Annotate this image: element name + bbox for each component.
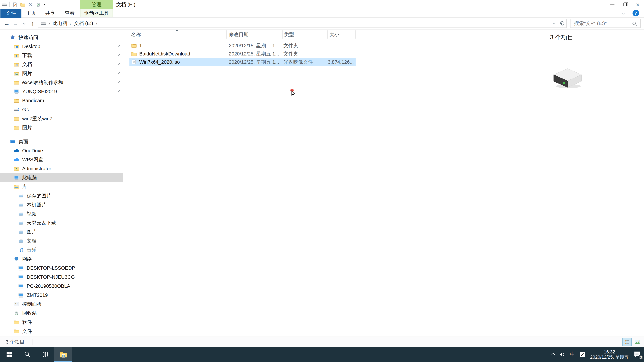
sidebar-item-camera-roll[interactable]: 本机照片 <box>0 200 123 209</box>
thumbnail-view-button[interactable] <box>632 338 642 346</box>
start-button[interactable] <box>0 347 18 362</box>
tab-home[interactable]: 主页 <box>21 9 40 17</box>
sidebar-item-this-pc[interactable]: 此电脑 <box>0 173 123 182</box>
column-header-size[interactable]: 大小 <box>328 30 356 38</box>
task-view-button[interactable] <box>36 347 54 362</box>
taskbar-clock[interactable]: 16:32 2020/12/25, 星期五 <box>590 349 629 360</box>
pictures-library-icon <box>18 193 24 199</box>
sidebar-item-downloads[interactable]: 下载 <box>0 51 123 60</box>
sidebar-item-label: 本机照片 <box>27 201 46 208</box>
sidebar-item-libraries[interactable]: 库 <box>0 182 123 191</box>
sidebar-item-desktop-lssoedp[interactable]: DESKTOP-LSSOEDP <box>0 264 123 273</box>
sidebar-item-zmt2019[interactable]: ZMT2019 <box>0 291 123 300</box>
sidebar-item-documents-lib[interactable]: 文档 <box>0 237 123 246</box>
sidebar-item-onedrive[interactable]: OneDrive <box>0 146 123 155</box>
desktop-folder-icon <box>14 43 19 49</box>
taskbar-search-button[interactable] <box>18 347 36 362</box>
sidebar-item-yunqishi2019[interactable]: YUNQISHI2019 <box>0 87 123 96</box>
sidebar-item-tianyi-download[interactable]: 天翼云盘下载 <box>0 218 123 227</box>
file-date: 2020/12/15, 星期二 1... <box>227 42 282 49</box>
sidebar-item-label: Desktop <box>22 43 40 49</box>
file-date: 2020/12/25, 星期五 1... <box>227 58 282 65</box>
sidebar-item-desktop-root[interactable]: 桌面 <box>0 137 123 146</box>
breadcrumb-separator: › <box>68 20 74 26</box>
sidebar-item-win7-folder[interactable]: win7重装win7 <box>0 114 123 123</box>
sidebar-item-control-panel[interactable]: 控制面板 <box>0 300 123 309</box>
sidebar-item-saved-pictures[interactable]: 保存的图片 <box>0 191 123 200</box>
search-icon[interactable] <box>632 22 636 25</box>
column-header-date[interactable]: 修改日期 <box>227 30 282 38</box>
sidebar-item-bandicam[interactable]: Bandicam <box>0 96 123 105</box>
tab-drive-tools[interactable]: 驱动器工具 <box>80 9 113 17</box>
tab-share[interactable]: 共享 <box>40 9 60 17</box>
show-desktop-button[interactable] <box>641 349 642 360</box>
sidebar-item-label: 图片 <box>27 228 36 236</box>
network-globe-icon <box>14 256 19 262</box>
sidebar-item-excel-folder[interactable]: excel表格制作求和 <box>0 78 123 87</box>
qat-customize-caret-icon[interactable]: ▾ <box>44 3 45 6</box>
help-button[interactable]: ? <box>632 10 639 16</box>
sidebar-item-label: 文件 <box>22 328 32 335</box>
delete-x-icon[interactable] <box>28 2 33 7</box>
tab-view[interactable]: 查看 <box>60 9 79 17</box>
sidebar-item-recycle-bin[interactable]: 回收站 <box>0 309 123 318</box>
contextual-tab-manage[interactable]: 管理 <box>80 0 113 9</box>
sidebar-item-music[interactable]: 音乐 <box>0 245 123 254</box>
sidebar-item-pictures[interactable]: 图片 <box>0 69 123 78</box>
column-header-name[interactable]: 名称 <box>129 30 226 38</box>
file-explorer-icon <box>59 351 67 358</box>
close-button[interactable]: × <box>631 0 644 9</box>
sidebar-item-pc-20190530obla[interactable]: PC-20190530OBLA <box>0 282 123 291</box>
tray-app-icon[interactable] <box>580 351 586 358</box>
sidebar-item-desktop-njeu3cg[interactable]: DESKTOP-NJEU3CG <box>0 273 123 282</box>
properties-checkdoc-icon[interactable] <box>12 2 18 7</box>
file-row-baidunetdiskdownload[interactable]: BaiduNetdiskDownload 2020/12/25, 星期五 1..… <box>129 50 356 58</box>
sidebar-item-pictures-2[interactable]: 图片 <box>0 123 123 132</box>
up-button[interactable]: ↑ <box>28 19 37 28</box>
forward-button[interactable]: → <box>11 19 20 28</box>
search-input[interactable] <box>574 20 632 27</box>
action-center-button[interactable]: 3 <box>633 350 642 359</box>
volume-icon[interactable] <box>559 351 565 358</box>
sidebar-item-pictures-lib[interactable]: 图片 <box>0 227 123 237</box>
sidebar-item-label: 保存的图片 <box>27 192 51 199</box>
ime-indicator[interactable]: 中 <box>570 351 575 358</box>
back-button[interactable]: ← <box>2 19 11 28</box>
sidebar-item-administrator[interactable]: Administrator <box>0 164 123 173</box>
sidebar-item-network[interactable]: 网络 <box>0 254 123 264</box>
drive-preview-icon <box>550 66 584 90</box>
restore-button[interactable] <box>618 0 631 9</box>
sidebar-item-documents[interactable]: 文档 <box>0 60 123 69</box>
caption-buttons: × <box>606 0 644 9</box>
sidebar-item-software[interactable]: 软件 <box>0 318 123 327</box>
breadcrumb-separator: › <box>93 20 100 26</box>
status-bar: 3 个项目 <box>0 337 644 347</box>
sidebar-item-desktop[interactable]: Desktop <box>0 42 123 51</box>
breadcrumb-this-pc[interactable]: 此电脑 <box>52 20 67 27</box>
restore-icon <box>623 3 626 6</box>
new-folder-icon[interactable] <box>20 2 26 7</box>
hidden-icons-chevron-icon[interactable] <box>552 353 555 356</box>
ribbon-expand-chevron-icon[interactable] <box>622 11 625 14</box>
tab-file[interactable]: 文件 <box>0 9 21 17</box>
sidebar-item-videos[interactable]: 视频 <box>0 209 123 218</box>
address-dropdown-button[interactable] <box>550 19 558 27</box>
sidebar-item-g-drive[interactable]: G:\ <box>0 105 123 114</box>
sidebar-item-wps-cloud[interactable]: WPS网盘 <box>0 155 123 164</box>
file-row-win7x64-iso[interactable]: Win7x64_2020.iso 2020/12/25, 星期五 1... 光盘… <box>129 58 356 66</box>
file-row-folder-1[interactable]: 1 2020/12/15, 星期二 1... 文件夹 <box>129 41 356 50</box>
recent-locations-button[interactable] <box>20 19 28 28</box>
column-header-type[interactable]: 类型 <box>282 30 328 38</box>
breadcrumb-current[interactable]: 文档 (E:) <box>74 20 93 27</box>
minimize-button[interactable] <box>606 0 618 9</box>
file-explorer-taskbar-button[interactable] <box>54 347 72 362</box>
refresh-button[interactable] <box>558 19 566 27</box>
desktop-icon <box>10 139 16 144</box>
ribbon-tab-row: 文件 主页 共享 查看 驱动器工具 ? <box>0 9 644 17</box>
address-bar[interactable]: › 此电脑 › 文档 (E:) › <box>38 19 567 28</box>
location-drive-icon <box>40 21 46 26</box>
details-view-button[interactable] <box>622 338 632 346</box>
sidebar-item-quick-access[interactable]: 快速访问 <box>0 33 123 42</box>
sidebar-item-files[interactable]: 文件 <box>0 327 123 336</box>
recycle-bin-icon[interactable] <box>36 2 41 7</box>
